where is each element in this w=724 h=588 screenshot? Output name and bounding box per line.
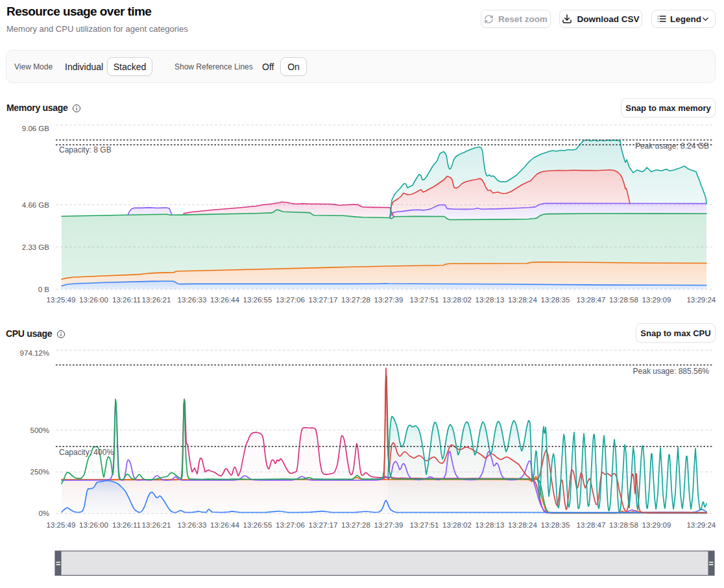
svg-text:13:28:35: 13:28:35	[541, 521, 570, 529]
svg-text:974.12%: 974.12%	[20, 349, 49, 357]
svg-text:13:28:47: 13:28:47	[577, 521, 606, 529]
svg-text:13:27:28: 13:27:28	[341, 521, 370, 529]
svg-text:2.33 GB: 2.33 GB	[22, 243, 50, 251]
svg-text:13:26:55: 13:26:55	[243, 296, 272, 304]
svg-text:13:27:28: 13:27:28	[341, 296, 370, 304]
svg-text:9.06 GB: 9.06 GB	[22, 125, 50, 132]
svg-text:13:28:58: 13:28:58	[609, 521, 638, 529]
svg-text:13:27:17: 13:27:17	[309, 521, 338, 529]
svg-text:13:29:24: 13:29:24	[686, 296, 716, 304]
svg-text:13:27:39: 13:27:39	[374, 296, 404, 304]
svg-text:4.66 GB: 4.66 GB	[22, 201, 50, 209]
svg-text:13:28:02: 13:28:02	[442, 296, 472, 304]
svg-text:13:28:24: 13:28:24	[508, 521, 537, 529]
svg-text:13:26:00: 13:26:00	[79, 296, 108, 304]
svg-text:13:28:47: 13:28:47	[577, 296, 606, 304]
svg-text:13:26:11: 13:26:11	[112, 296, 141, 304]
svg-text:13:27:06: 13:27:06	[276, 296, 305, 304]
svg-text:13:28:24: 13:28:24	[508, 296, 537, 304]
svg-text:0%: 0%	[38, 509, 49, 517]
svg-text:13:25:49: 13:25:49	[47, 296, 76, 304]
svg-text:13:26:44: 13:26:44	[210, 296, 239, 304]
svg-text:13:29:24: 13:29:24	[686, 521, 716, 529]
svg-text:13:26:21: 13:26:21	[142, 296, 171, 304]
svg-text:0 B: 0 B	[38, 286, 50, 293]
svg-text:Peak usage: 8.24 GB: Peak usage: 8.24 GB	[635, 141, 709, 151]
svg-text:13:27:17: 13:27:17	[309, 296, 338, 304]
svg-text:Capacity: 400%: Capacity: 400%	[59, 448, 114, 457]
svg-text:13:28:13: 13:28:13	[476, 521, 505, 529]
svg-text:250%: 250%	[30, 468, 49, 476]
svg-text:13:29:09: 13:29:09	[642, 296, 671, 304]
svg-text:Peak usage: 885.56%: Peak usage: 885.56%	[633, 367, 710, 376]
svg-text:500%: 500%	[30, 426, 49, 434]
svg-text:13:28:35: 13:28:35	[541, 296, 570, 304]
svg-text:Capacity: 8 GB: Capacity: 8 GB	[59, 145, 112, 154]
svg-text:13:27:51: 13:27:51	[410, 296, 439, 304]
svg-text:13:27:06: 13:27:06	[276, 521, 305, 529]
svg-text:13:28:02: 13:28:02	[442, 521, 472, 529]
svg-text:13:26:33: 13:26:33	[178, 521, 207, 529]
svg-text:13:28:58: 13:28:58	[609, 296, 638, 304]
svg-text:13:26:11: 13:26:11	[112, 521, 141, 529]
svg-text:13:26:00: 13:26:00	[79, 521, 108, 529]
svg-text:13:26:21: 13:26:21	[142, 521, 171, 529]
svg-text:13:29:09: 13:29:09	[642, 521, 671, 529]
svg-text:13:27:51: 13:27:51	[410, 521, 439, 529]
svg-text:13:28:13: 13:28:13	[476, 296, 505, 304]
svg-text:13:26:55: 13:26:55	[243, 521, 272, 529]
svg-text:13:25:49: 13:25:49	[47, 521, 76, 529]
svg-text:13:27:39: 13:27:39	[374, 521, 404, 529]
svg-text:13:26:44: 13:26:44	[210, 521, 239, 529]
svg-text:13:26:33: 13:26:33	[178, 296, 207, 304]
